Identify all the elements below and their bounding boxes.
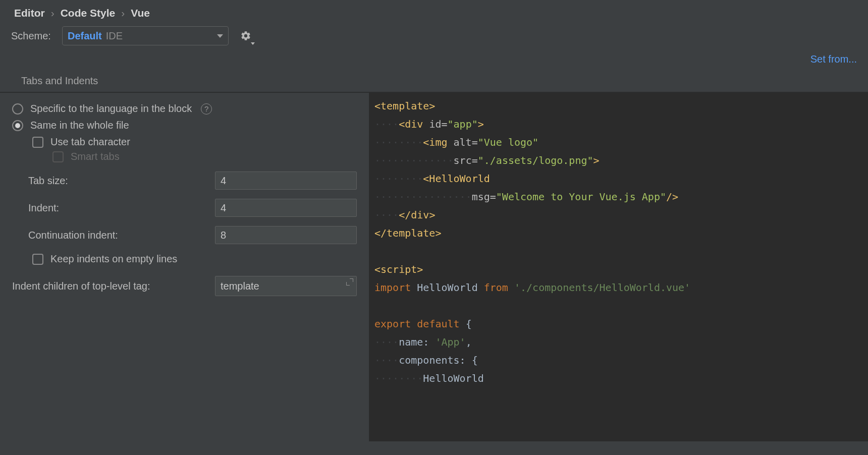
cont-indent-input[interactable] (215, 226, 357, 244)
radio-icon (12, 120, 23, 131)
chevron-down-icon (217, 34, 223, 38)
cont-indent-row: Continuation indent: (28, 226, 357, 244)
indent-input[interactable] (215, 199, 357, 217)
scheme-label: Scheme: (11, 30, 51, 42)
tabsize-row: Tab size: (28, 172, 357, 190)
radio-whole-label: Same in the whole file (30, 120, 129, 131)
breadcrumb-sep: › (121, 7, 125, 19)
settings-pane: Editor › Code Style › Vue Scheme: Defaul… (0, 0, 868, 455)
scheme-value: Default (68, 30, 102, 42)
tab-tabs-and-indents[interactable]: Tabs and Indents (21, 75, 98, 92)
indent-row: Indent: (28, 199, 357, 217)
gear-icon (240, 30, 251, 41)
indent-label: Indent: (28, 202, 210, 214)
set-from-link[interactable]: Set from... (810, 53, 857, 65)
breadcrumb-codestyle[interactable]: Code Style (61, 7, 116, 19)
checkbox-icon (32, 254, 43, 265)
tabsize-label: Tab size: (28, 175, 210, 187)
radio-specific[interactable]: Specific to the language in the block ? (12, 103, 357, 115)
breadcrumb-vue[interactable]: Vue (131, 7, 150, 19)
check-use-tab[interactable]: Use tab character (32, 136, 357, 148)
code-preview: <template> ····<div id="app"> ········<i… (369, 93, 868, 441)
checkbox-icon (52, 151, 64, 162)
check-smart-tabs: Smart tabs (52, 151, 357, 162)
toplevel-label: Indent children of top-level tag: (12, 280, 210, 292)
radio-whole-file[interactable]: Same in the whole file (12, 120, 357, 131)
expand-icon (346, 278, 353, 286)
chevron-down-icon (251, 42, 255, 45)
scheme-row: Scheme: Default IDE (0, 24, 868, 52)
breadcrumb: Editor › Code Style › Vue (0, 0, 868, 24)
radio-specific-label: Specific to the language in the block (30, 103, 192, 115)
help-icon[interactable]: ? (201, 103, 212, 115)
check-smart-tabs-label: Smart tabs (71, 151, 120, 162)
scheme-select[interactable]: Default IDE (62, 26, 229, 45)
options-pane: Specific to the language in the block ? … (0, 93, 369, 441)
checkbox-icon (32, 137, 43, 148)
toplevel-value: template (221, 280, 259, 292)
scheme-gear-button[interactable] (238, 28, 254, 44)
setfrom-row: Set from... (0, 52, 868, 68)
breadcrumb-editor[interactable]: Editor (14, 7, 45, 19)
breadcrumb-sep: › (51, 7, 55, 19)
radio-icon (12, 103, 23, 115)
cont-indent-label: Continuation indent: (28, 230, 210, 241)
tabsize-input[interactable] (215, 172, 357, 190)
check-keep-empty-label: Keep indents on empty lines (50, 253, 177, 265)
tabs-strip: Tabs and Indents (0, 68, 868, 92)
check-use-tab-label: Use tab character (50, 136, 130, 148)
toplevel-input[interactable]: template (215, 276, 357, 296)
toplevel-row: Indent children of top-level tag: templa… (12, 276, 357, 296)
main-split: Specific to the language in the block ? … (0, 92, 868, 441)
check-keep-empty[interactable]: Keep indents on empty lines (32, 253, 357, 265)
scheme-tag: IDE (106, 30, 123, 42)
